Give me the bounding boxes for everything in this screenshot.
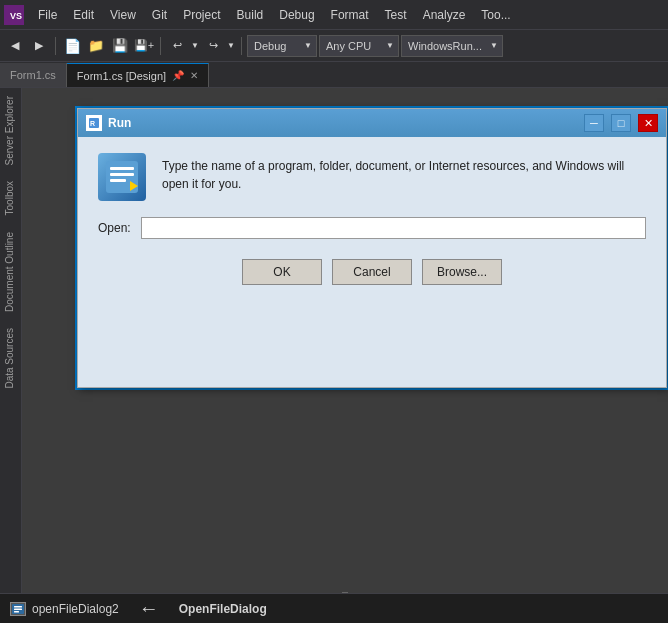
tab-form1cs-design[interactable]: Form1.cs [Design] 📌 ✕ [67,63,209,87]
new-file-button[interactable]: 📄 [61,35,83,57]
undo-button[interactable]: ↩ [166,35,188,57]
menu-analyze[interactable]: Analyze [415,4,474,26]
toolbar-sep-2 [160,37,161,55]
dialog-title: Run [108,116,577,130]
dialog-description: Type the name of a program, folder, docu… [162,153,646,201]
svg-text:R: R [90,120,95,127]
design-canvas[interactable]: R Run ─ □ ✕ [22,88,668,593]
ok-button[interactable]: OK [242,259,322,285]
pin-icon: 📌 [172,70,184,81]
menu-bar: VS File Edit View Git Project Build Debu… [0,0,668,30]
arrow-icon: ← [139,597,159,620]
forward-button[interactable]: ▶ [28,35,50,57]
menu-format[interactable]: Format [323,4,377,26]
dialog-buttons: OK Cancel Browse... [98,259,646,285]
menu-edit[interactable]: Edit [65,4,102,26]
sidebar-item-data-sources[interactable]: Data Sources [0,320,21,397]
svg-text:VS: VS [10,11,22,21]
sidebar-item-document-outline[interactable]: Document Outline [0,224,21,320]
debug-config-dropdown[interactable]: Debug ▼ [247,35,317,57]
svg-rect-6 [110,173,134,176]
toolbar: ◀ ▶ 📄 📁 💾 💾+ ↩ ▼ ↪ ▼ Debug ▼ Any CPU ▼ W… [0,30,668,62]
dialog-icon-area: Type the name of a program, folder, docu… [98,153,646,201]
component-name: openFileDialog2 [32,602,119,616]
toolbar-sep-3 [241,37,242,55]
menu-debug[interactable]: Debug [271,4,322,26]
menu-file[interactable]: File [30,4,65,26]
cancel-button[interactable]: Cancel [332,259,412,285]
minimize-button[interactable]: ─ [584,114,604,132]
menu-git[interactable]: Git [144,4,175,26]
cpu-dropdown[interactable]: Any CPU ▼ [319,35,399,57]
undo-dropdown[interactable]: ▼ [190,35,200,57]
dialog-titlebar: R Run ─ □ ✕ [78,109,666,137]
open-button[interactable]: 📁 [85,35,107,57]
run-dialog[interactable]: R Run ─ □ ✕ [77,108,667,388]
svg-rect-12 [14,611,19,613]
menu-test[interactable]: Test [377,4,415,26]
save-all-button[interactable]: 💾+ [133,35,155,57]
toolbar-sep-1 [55,37,56,55]
sidebar-item-server-explorer[interactable]: Server Explorer [0,88,21,173]
redo-button[interactable]: ↪ [202,35,224,57]
chevron-down-icon: ▼ [304,41,312,50]
close-tab-icon[interactable]: ✕ [190,70,198,81]
maximize-button[interactable]: □ [611,114,631,132]
tab-bar: Form1.cs Form1.cs [Design] 📌 ✕ [0,62,668,88]
side-panel: Server Explorer Toolbox Document Outline… [0,88,22,593]
menu-build[interactable]: Build [229,4,272,26]
redo-dropdown[interactable]: ▼ [226,35,236,57]
chevron-down-icon: ▼ [386,41,394,50]
dialog-icon: R [86,115,102,131]
vs-logo: VS [4,5,24,25]
open-label: Open: [98,221,131,235]
component-icon [10,602,26,616]
menu-view[interactable]: View [102,4,144,26]
browse-button[interactable]: Browse... [422,259,502,285]
close-button[interactable]: ✕ [638,114,658,132]
svg-rect-5 [110,167,134,170]
main-area: Server Explorer Toolbox Document Outline… [0,88,668,593]
save-button[interactable]: 💾 [109,35,131,57]
svg-rect-10 [14,606,22,608]
menu-tools[interactable]: Too... [473,4,518,26]
run-target-dropdown[interactable]: WindowsRun... ▼ [401,35,503,57]
svg-rect-7 [110,179,126,182]
status-bar: openFileDialog2 ← OpenFileDialog [0,593,668,623]
tab-form1cs[interactable]: Form1.cs [0,63,67,87]
open-input[interactable] [141,217,646,239]
menu-project[interactable]: Project [175,4,228,26]
run-program-icon [98,153,146,201]
component-indicator: openFileDialog2 [10,602,119,616]
dialog-input-row: Open: [98,217,646,239]
chevron-down-icon: ▼ [490,41,498,50]
sidebar-item-toolbox[interactable]: Toolbox [0,173,21,223]
back-button[interactable]: ◀ [4,35,26,57]
open-file-dialog-label: OpenFileDialog [179,602,267,616]
dialog-body: Type the name of a program, folder, docu… [78,137,666,301]
svg-rect-11 [14,608,22,610]
